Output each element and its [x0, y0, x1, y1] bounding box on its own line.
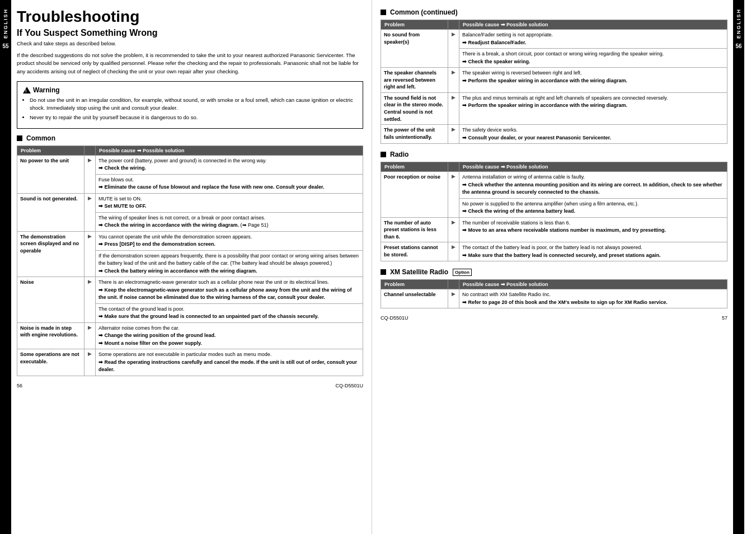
- table-row: The number of auto preset stations is le…: [381, 217, 727, 242]
- page-desc: Check and take steps as described below.: [17, 40, 363, 47]
- xm-header-square: [381, 269, 386, 275]
- arrow-preset-store: ▶: [448, 242, 459, 261]
- right-page-bottom: CQ-D5501U 57: [381, 315, 727, 321]
- left-page: Troubleshooting If You Suspect Something…: [11, 0, 372, 534]
- table-row: Some operations are not executable. ▶ So…: [17, 349, 363, 376]
- common-header-square: [17, 135, 22, 141]
- left-model-num: CQ-D5501U: [335, 383, 363, 388]
- arrow-no-sound: ▶: [84, 193, 96, 231]
- left-side-tab: ENGLISH 55: [0, 0, 11, 534]
- intro-text: If the described suggestions do not solv…: [17, 51, 363, 76]
- problem-cell-preset-less: The number of auto preset stations is le…: [381, 217, 448, 242]
- xm-section-header: XM Satellite Radio Option: [381, 268, 727, 276]
- problem-cell-ops: Some operations are not executable.: [17, 349, 84, 376]
- solution-poor-reception-2: No power is supplied to the antenna ampl…: [459, 198, 727, 217]
- common-table: Problem Possible cause ➡ Possible soluti…: [17, 146, 363, 376]
- solution-preset-store: The contact of the battery lead is poor,…: [459, 242, 727, 261]
- arrow-engine-noise: ▶: [84, 322, 96, 349]
- xm-th-arrow: [448, 280, 459, 289]
- problem-cell-noise: Noise: [17, 277, 84, 323]
- radio-header-square: [381, 152, 386, 157]
- left-page-bottom: 56 CQ-D5501U: [17, 383, 363, 388]
- common-section-header: Common: [17, 134, 363, 142]
- problem-cell-reversed: The speaker channels are reversed betwee…: [381, 68, 448, 93]
- solution-poor-reception-1: Antenna installation or wiring of antenn…: [459, 172, 727, 199]
- right-side-tab: ENGLISH 56: [733, 0, 744, 534]
- arrow-power-fails: ▶: [448, 125, 459, 144]
- page-title: Troubleshooting: [17, 8, 363, 26]
- radio-th-solution: Possible cause ➡ Possible solution: [459, 162, 727, 172]
- problem-cell-no-power: No power to the unit: [17, 155, 84, 193]
- arrow-demo: ▶: [84, 231, 96, 277]
- warning-title: Warning: [23, 86, 357, 94]
- right-model-num: CQ-D5501U: [381, 315, 408, 321]
- left-tab-text: ENGLISH: [3, 8, 8, 39]
- common-th-solution: Possible cause ➡ Possible solution: [96, 146, 363, 155]
- solution-demo-2: If the demonstration screen appears freq…: [96, 250, 363, 277]
- table-row: Noise ▶ There is an electromagnetic-wave…: [17, 277, 363, 304]
- xm-table: Problem Possible cause ➡ Possible soluti…: [381, 279, 727, 308]
- arrow-noise: ▶: [84, 277, 96, 323]
- radio-th-problem: Problem: [381, 162, 448, 172]
- arrow-ops: ▶: [84, 349, 96, 376]
- table-row: Noise is made in step with engine revolu…: [17, 322, 363, 349]
- radio-table: Problem Possible cause ➡ Possible soluti…: [381, 162, 727, 261]
- table-row: Sound is not generated. ▶ MUTE is set to…: [17, 193, 363, 212]
- arrow-xm-channel: ▶: [448, 289, 459, 308]
- problem-cell-preset-store: Preset stations cannot be stored.: [381, 242, 448, 261]
- table-row: Channel unselectable ▶ No contract with …: [381, 289, 727, 308]
- arrow-reversed: ▶: [448, 68, 459, 93]
- cont-th-problem: Problem: [381, 20, 448, 30]
- common-continued-header: Common (continued): [381, 8, 727, 16]
- table-row: The speaker channels are reversed betwee…: [381, 68, 727, 93]
- table-row: The sound field is not clear in the ster…: [381, 92, 727, 124]
- problem-cell-power-fails: The power of the unit fails unintentiona…: [381, 125, 448, 144]
- problem-cell-speakers: No sound from speaker(s): [381, 30, 448, 68]
- solution-no-sound-1: MUTE is set to ON.➡ Set MUTE to OFF.: [96, 193, 363, 212]
- table-row: Preset stations cannot be stored. ▶ The …: [381, 242, 727, 261]
- right-bottom-page-num: 57: [722, 315, 727, 321]
- table-row: The power of the unit fails unintentiona…: [381, 125, 727, 144]
- cont-th-solution: Possible cause ➡ Possible solution: [459, 20, 727, 30]
- xm-th-problem: Problem: [381, 280, 448, 289]
- problem-cell-poor-reception: Poor reception or noise: [381, 172, 448, 218]
- solution-noise-1: There is an electromagnetic-wave generat…: [96, 277, 363, 304]
- solution-no-power-2: Fuse blows out.➡ Eliminate the cause of …: [96, 174, 363, 193]
- problem-cell-sound-field: The sound field is not clear in the ster…: [381, 92, 448, 124]
- arrow-sound-field: ▶: [448, 92, 459, 124]
- solution-sound-field: The plus and minus terminals at right an…: [459, 92, 727, 124]
- common-th-arrow: [84, 146, 96, 155]
- warning-item-2: Never try to repair the unit by yourself…: [30, 114, 357, 121]
- problem-cell-engine-noise: Noise is made in step with engine revolu…: [17, 322, 84, 349]
- option-badge: Option: [453, 269, 472, 276]
- warning-box: Warning Do not use the unit in an irregu…: [17, 81, 363, 129]
- radio-section-header: Radio: [381, 151, 727, 158]
- problem-cell-demo: The demonstration screen displayed and n…: [17, 231, 84, 277]
- solution-preset-less: The number of receivable stations is les…: [459, 217, 727, 242]
- solution-reversed: The speaker wiring is reversed between r…: [459, 68, 727, 93]
- table-row: Poor reception or noise ▶ Antenna instal…: [381, 172, 727, 199]
- radio-th-arrow: [448, 162, 459, 172]
- solution-ops: Some operations are not executable in pa…: [96, 349, 363, 376]
- page-subtitle: If You Suspect Something Wrong: [17, 28, 363, 38]
- table-row: No sound from speaker(s) ▶ Balance/Fader…: [381, 30, 727, 49]
- solution-power-fails: The safety device works.➡ Consult your d…: [459, 125, 727, 144]
- warning-item-1: Do not use the unit in an irregular cond…: [30, 96, 357, 113]
- xm-th-solution: Possible cause ➡ Possible solution: [459, 280, 727, 289]
- table-row: No power to the unit ▶ The power cord (b…: [17, 155, 363, 174]
- solution-no-power-1: The power cord (battery, power and groun…: [96, 155, 363, 174]
- solution-speakers-2: There is a break, a short circuit, poor …: [459, 49, 727, 68]
- warning-triangle-icon: [23, 87, 31, 93]
- left-page-num: 55: [2, 43, 8, 49]
- problem-cell-xm-channel: Channel unselectable: [381, 289, 448, 308]
- problem-cell-no-sound: Sound is not generated.: [17, 193, 84, 231]
- solution-engine-noise: Alternator noise comes from the car.➡ Ch…: [96, 322, 363, 349]
- arrow-poor-reception: ▶: [448, 172, 459, 218]
- solution-xm-channel: No contract with XM Satellite Radio Inc.…: [459, 289, 727, 308]
- right-page: Common (continued) Problem Possible caus…: [372, 0, 733, 534]
- solution-no-sound-2: The wiring of speaker lines is not corre…: [96, 212, 363, 231]
- right-page-num: 56: [735, 43, 741, 49]
- common-cont-header-square: [381, 10, 386, 15]
- common-continued-table: Problem Possible cause ➡ Possible soluti…: [381, 20, 727, 144]
- table-row: The demonstration screen displayed and n…: [17, 231, 363, 250]
